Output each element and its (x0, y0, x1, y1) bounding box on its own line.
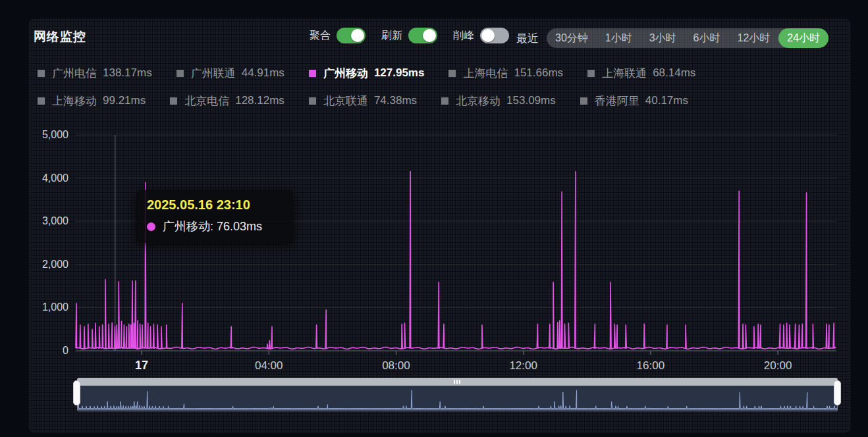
x-axis-label: 04:00 (255, 359, 283, 372)
monitor-card: 网络监控 聚合刷新削峰 最近 30分钟1小时3小时6小时12小时24小时 广州电… (28, 18, 851, 433)
y-axis-label: 3,000 (42, 215, 68, 226)
latency-chart[interactable]: 01,0002,0003,0004,0005,0001704:0008:0012… (28, 18, 851, 433)
x-axis-label: 12:00 (509, 359, 537, 372)
x-axis-label: 16:00 (637, 359, 665, 372)
latency-line-series (76, 172, 836, 349)
x-axis-label: 08:00 (382, 359, 410, 372)
datazoom-handle-left[interactable] (73, 380, 80, 405)
datazoom-handle-right[interactable] (834, 380, 841, 405)
y-axis-label: 1,000 (42, 301, 68, 313)
y-axis-label: 2,000 (42, 259, 68, 270)
y-axis-label: 0 (63, 345, 68, 356)
datazoom-shadow-chart (78, 386, 837, 410)
datazoom-panel[interactable] (77, 386, 838, 411)
datazoom-shadow-line (78, 390, 837, 409)
x-axis-label: 20:00 (764, 359, 792, 372)
datazoom-movebar[interactable] (77, 378, 838, 386)
y-axis-label: 4,000 (42, 172, 68, 184)
y-axis-label: 5,000 (42, 129, 68, 140)
x-axis-label: 17 (135, 359, 148, 372)
datazoom-grip-icon (454, 380, 460, 384)
